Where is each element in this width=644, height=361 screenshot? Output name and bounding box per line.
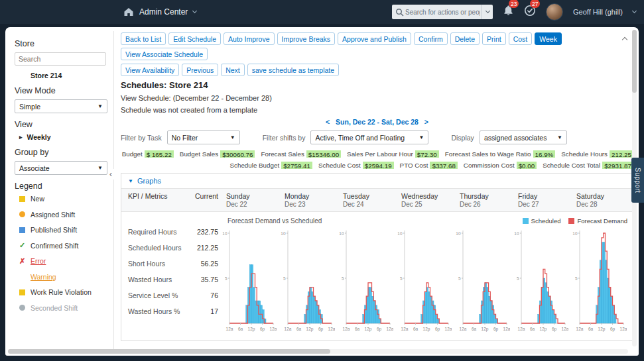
charts-area: Forecast Demand vs Scheduled ScheduledFo… xyxy=(218,215,633,339)
legend-item-seconded-shift: Seconded Shift xyxy=(19,304,113,312)
sidebar-item-store-214[interactable]: Store 214 xyxy=(31,72,113,79)
toolbar-button-previous[interactable]: Previous xyxy=(182,64,218,76)
global-search[interactable] xyxy=(392,5,493,19)
legend-label: Warning xyxy=(31,273,56,281)
toolbar-button-edit-schedule[interactable]: Edit Schedule xyxy=(168,32,221,45)
svg-text:10: 10 xyxy=(514,231,519,236)
graphs-section-toggle[interactable]: ▼ Graphs xyxy=(121,174,633,189)
toolbar-button-week[interactable]: Week xyxy=(535,32,562,45)
svg-text:6p: 6p xyxy=(377,327,382,332)
global-search-input[interactable] xyxy=(404,8,482,17)
day-name: Wednesday xyxy=(401,192,452,200)
svg-text:12p: 12p xyxy=(306,327,314,332)
previous-week-button[interactable]: < xyxy=(326,118,330,126)
home-icon[interactable] xyxy=(123,7,134,17)
toolbar-button-view-availability[interactable]: View Availability xyxy=(121,64,179,76)
error-icon: ✗ xyxy=(19,258,25,264)
demand-chart-svg: 10512a6a12p6p12a xyxy=(218,225,277,336)
avatar[interactable] xyxy=(546,3,563,21)
view-mode-heading: View Mode xyxy=(15,86,113,95)
kpi-value: $0.00 xyxy=(517,162,537,169)
tasks-button[interactable]: 27 xyxy=(524,5,536,19)
kpi-schedule-cost-total: Schedule Cost Total$2931.87 xyxy=(543,162,633,169)
svg-text:6p: 6p xyxy=(610,327,615,332)
next-week-button[interactable]: > xyxy=(424,118,428,126)
app-title-chevron-icon xyxy=(192,9,197,13)
toolbar-button-print[interactable]: Print xyxy=(482,32,506,45)
svg-text:12a: 12a xyxy=(387,327,393,331)
toolbar-button-confirm[interactable]: Confirm xyxy=(414,32,448,45)
svg-text:12p: 12p xyxy=(248,327,255,332)
toolbar-button-back-to-list[interactable]: Back to List xyxy=(121,32,166,45)
horizontal-scrollbar xyxy=(8,349,628,354)
toolbar-button-approve-and-publish[interactable]: Approve and Publish xyxy=(338,32,411,45)
search-dropdown-button[interactable] xyxy=(482,5,493,19)
demand-chart-svg: 10512a6a12p6p12a xyxy=(510,225,568,336)
legend-label: New xyxy=(31,195,44,203)
app-menu[interactable]: Admin Center xyxy=(123,7,196,17)
graphs-body: Required Hours232.75Scheduled Hours212.2… xyxy=(121,212,633,340)
svg-text:12a: 12a xyxy=(401,327,409,331)
toolbar-button-view-associate-schedule[interactable]: View Associate Schedule xyxy=(121,48,208,60)
vertical-scrollbar-thumb[interactable] xyxy=(632,30,637,93)
charts-row: 10512a6a12p6p12a10512a6a12p6p12a10512a6a… xyxy=(218,225,633,339)
toolbar-button-cost[interactable]: Cost xyxy=(509,32,533,45)
filter-task-select[interactable]: No Filter ▼ xyxy=(167,130,240,144)
sidebar-item-weekly[interactable]: ▸ Weekly xyxy=(19,133,113,141)
toolbar-button-auto-improve[interactable]: Auto Improve xyxy=(224,32,274,45)
sidebar-divider: ‹ xyxy=(113,31,114,349)
chart-monday: 10512a6a12p6p12a xyxy=(277,225,335,339)
filter-task-label: Filter by Task xyxy=(121,134,162,142)
svg-text:10: 10 xyxy=(222,231,227,236)
user-menu[interactable]: Geoff Hill (ghill) xyxy=(573,8,623,16)
display-select[interactable]: assigned associates ▼ xyxy=(480,130,567,144)
legend-label: Confirmed Shift xyxy=(31,242,78,250)
main-content: Back to ListEdit ScheduleAuto ImproveImp… xyxy=(114,27,639,356)
kpi-metrics-header: KPI / Metrics xyxy=(128,192,189,208)
expand-arrow-icon[interactable]: ▸ xyxy=(19,134,23,140)
svg-text:12a: 12a xyxy=(518,327,525,331)
svg-text:5: 5 xyxy=(283,276,286,281)
metric-label: Short Hours xyxy=(128,260,165,268)
day-date: Dec 23 xyxy=(285,201,335,208)
toolbar-button-delete[interactable]: Delete xyxy=(450,32,480,45)
sidebar-collapse-handle[interactable]: ‹ xyxy=(107,169,114,180)
view-mode-select[interactable]: Simple ▼ xyxy=(15,99,107,113)
svg-text:5: 5 xyxy=(342,276,344,281)
svg-text:12p: 12p xyxy=(423,327,430,332)
chart-tuesday: 10512a6a12p6p12a xyxy=(335,225,393,339)
content-panel: Store Store 214 View Mode Simple ▼ View … xyxy=(5,27,639,356)
support-tab[interactable]: Support xyxy=(631,158,644,203)
group-by-value: Associate xyxy=(19,164,50,172)
svg-text:10: 10 xyxy=(572,231,578,236)
toolbar-button-next[interactable]: Next xyxy=(221,64,245,76)
kpi-value: 16.9% xyxy=(533,150,556,158)
kpi-value: $72.30 xyxy=(415,150,439,158)
page-title: Schedules: Store 214 xyxy=(121,80,633,90)
kpi-sales-per-labour-hour: Sales Per Labour Hour$72.30 xyxy=(347,150,439,158)
week-range-label: Sun, Dec 22 - Sat, Dec 28 xyxy=(336,118,419,126)
store-search-input[interactable] xyxy=(15,52,106,66)
kpi-value: $15346.00 xyxy=(306,150,341,158)
filter-shifts-select[interactable]: Active, Time Off and Floating ▼ xyxy=(310,130,428,144)
notifications-button[interactable]: 23 xyxy=(503,5,514,19)
svg-text:10: 10 xyxy=(397,231,403,236)
collapse-panel-button[interactable] xyxy=(623,32,627,44)
horizontal-scrollbar-thumb[interactable] xyxy=(8,349,330,354)
day-headers: SundayDec 22MondayDec 23TuesdayDec 24Wed… xyxy=(218,192,627,208)
kpi-label: Schedule Cost xyxy=(318,162,361,169)
template-note: Schedule was not created from a template xyxy=(121,106,633,114)
toolbar-button-improve-breaks[interactable]: Improve Breaks xyxy=(277,32,336,45)
svg-text:12p: 12p xyxy=(365,327,372,332)
metric-wasted-hours: Wasted Hours %17 xyxy=(128,303,218,319)
group-by-select[interactable]: Associate ▼ xyxy=(15,161,107,175)
metric-label: Service Level % xyxy=(128,291,178,299)
svg-text:6a: 6a xyxy=(296,327,302,331)
svg-text:6p: 6p xyxy=(552,327,557,332)
svg-text:12p: 12p xyxy=(482,327,489,332)
day-header-monday: MondayDec 23 xyxy=(277,192,335,208)
kpi-label: Schedule Hours xyxy=(561,150,608,158)
chart-legend: ScheduledForecast Demand xyxy=(523,217,627,225)
app-title[interactable]: Admin Center xyxy=(139,7,188,17)
toolbar-button-save-schedule-as-template[interactable]: save schedule as template xyxy=(247,64,339,76)
